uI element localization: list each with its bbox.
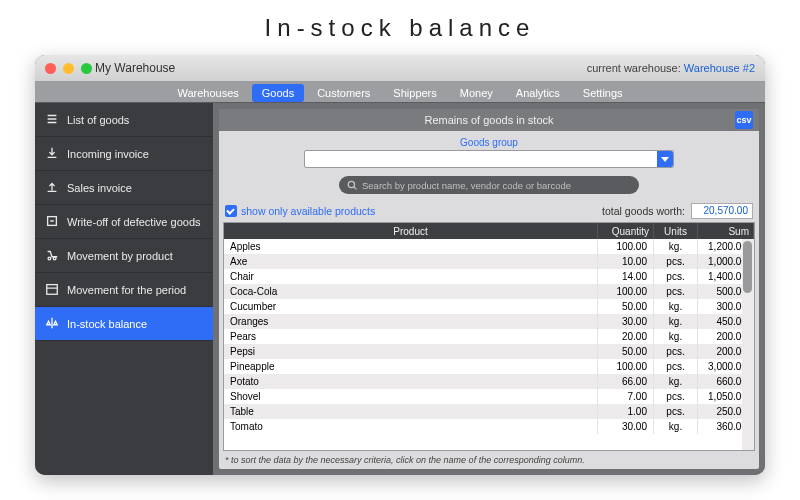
table-header-row: Product Quantity Units Sum bbox=[224, 223, 754, 239]
cell-quantity: 50.00 bbox=[598, 299, 654, 314]
col-units[interactable]: Units bbox=[654, 223, 698, 239]
writeoff-icon bbox=[45, 214, 59, 230]
show-only-checkbox[interactable] bbox=[225, 205, 237, 217]
export-csv-button[interactable]: csv bbox=[735, 111, 753, 129]
table-row[interactable]: Axe10.00pcs.1,000.00 bbox=[224, 254, 754, 269]
stock-table-wrapper: Product Quantity Units Sum Apples100.00k… bbox=[223, 222, 755, 451]
sidebar-item-label: Write-off of defective goods bbox=[67, 216, 201, 228]
minimize-icon[interactable] bbox=[63, 63, 74, 74]
cell-units: pcs. bbox=[654, 269, 698, 284]
svg-rect-6 bbox=[47, 284, 58, 294]
cell-quantity: 100.00 bbox=[598, 284, 654, 299]
table-row[interactable]: Pears20.00kg.200.00 bbox=[224, 329, 754, 344]
app-window: My Warehouse current warehouse: Warehous… bbox=[35, 55, 765, 475]
scroll-thumb[interactable] bbox=[743, 241, 752, 293]
sidebar-item-label: Movement by product bbox=[67, 250, 173, 262]
sidebar-item-list[interactable]: List of goods bbox=[35, 103, 213, 137]
tab-money[interactable]: Money bbox=[450, 84, 503, 102]
cell-product: Apples bbox=[224, 239, 598, 254]
col-product[interactable]: Product bbox=[224, 223, 598, 239]
search-input[interactable]: Search by product name, vendor code or b… bbox=[339, 176, 639, 194]
table-row[interactable]: Table1.00pcs.250.00 bbox=[224, 404, 754, 419]
sidebar-item-out[interactable]: Sales invoice bbox=[35, 171, 213, 205]
cell-quantity: 1.00 bbox=[598, 404, 654, 419]
sidebar-item-in[interactable]: Incoming invoice bbox=[35, 137, 213, 171]
cell-units: kg. bbox=[654, 419, 698, 434]
tab-analytics[interactable]: Analytics bbox=[506, 84, 570, 102]
cell-quantity: 14.00 bbox=[598, 269, 654, 284]
svg-point-8 bbox=[348, 181, 354, 187]
stock-table: Product Quantity Units Sum Apples100.00k… bbox=[224, 223, 754, 434]
goods-group-select[interactable] bbox=[304, 150, 674, 168]
sidebar-item-label: Incoming invoice bbox=[67, 148, 149, 160]
cell-units: pcs. bbox=[654, 284, 698, 299]
show-only-label[interactable]: show only available products bbox=[241, 205, 375, 217]
cell-product: Chair bbox=[224, 269, 598, 284]
total-goods-value: 20,570.00 bbox=[691, 203, 753, 219]
zoom-icon[interactable] bbox=[81, 63, 92, 74]
sidebar-item-balance[interactable]: In-stock balance bbox=[35, 307, 213, 341]
current-warehouse-link[interactable]: Warehouse #2 bbox=[684, 62, 755, 74]
cell-units: kg. bbox=[654, 239, 698, 254]
cell-product: Pears bbox=[224, 329, 598, 344]
table-row[interactable]: Oranges30.00kg.450.00 bbox=[224, 314, 754, 329]
cell-quantity: 30.00 bbox=[598, 314, 654, 329]
move-icon bbox=[45, 248, 59, 264]
table-row[interactable]: Potato66.00kg.660.00 bbox=[224, 374, 754, 389]
vertical-scrollbar[interactable] bbox=[742, 239, 754, 450]
tab-settings[interactable]: Settings bbox=[573, 84, 633, 102]
cell-units: kg. bbox=[654, 299, 698, 314]
cell-units: kg. bbox=[654, 374, 698, 389]
table-row[interactable]: Apples100.00kg.1,200.00 bbox=[224, 239, 754, 254]
sidebar-item-label: Movement for the period bbox=[67, 284, 186, 296]
cell-product: Table bbox=[224, 404, 598, 419]
close-icon[interactable] bbox=[45, 63, 56, 74]
search-placeholder: Search by product name, vendor code or b… bbox=[362, 180, 571, 191]
tab-customers[interactable]: Customers bbox=[307, 84, 380, 102]
cell-units: pcs. bbox=[654, 344, 698, 359]
tab-shippers[interactable]: Shippers bbox=[383, 84, 446, 102]
table-row[interactable]: Pineapple100.00pcs.3,000.00 bbox=[224, 359, 754, 374]
cell-quantity: 30.00 bbox=[598, 419, 654, 434]
sidebar-item-label: List of goods bbox=[67, 114, 129, 126]
main-tabs: WarehousesGoodsCustomersShippersMoneyAna… bbox=[35, 81, 765, 103]
cell-product: Pineapple bbox=[224, 359, 598, 374]
sidebar-item-period[interactable]: Movement for the period bbox=[35, 273, 213, 307]
col-quantity[interactable]: Quantity bbox=[598, 223, 654, 239]
tab-warehouses[interactable]: Warehouses bbox=[167, 84, 248, 102]
sidebar-item-move[interactable]: Movement by product bbox=[35, 239, 213, 273]
current-warehouse-label: current warehouse: bbox=[587, 62, 681, 74]
cell-quantity: 66.00 bbox=[598, 374, 654, 389]
page-title: In-stock balance bbox=[0, 0, 800, 52]
cell-product: Tomato bbox=[224, 419, 598, 434]
cell-units: kg. bbox=[654, 329, 698, 344]
cell-product: Pepsi bbox=[224, 344, 598, 359]
cell-quantity: 100.00 bbox=[598, 359, 654, 374]
tab-goods[interactable]: Goods bbox=[252, 84, 304, 102]
cell-units: pcs. bbox=[654, 404, 698, 419]
table-row[interactable]: Tomato30.00kg.360.00 bbox=[224, 419, 754, 434]
in-icon bbox=[45, 146, 59, 162]
sidebar-item-writeoff[interactable]: Write-off of defective goods bbox=[35, 205, 213, 239]
svg-point-5 bbox=[53, 257, 56, 260]
goods-group-label: Goods group bbox=[229, 137, 749, 148]
table-row[interactable]: Shovel7.00pcs.1,050.00 bbox=[224, 389, 754, 404]
table-row[interactable]: Coca-Cola100.00pcs.500.00 bbox=[224, 284, 754, 299]
col-sum[interactable]: Sum bbox=[698, 223, 754, 239]
table-row[interactable]: Cucumber50.00kg.300.00 bbox=[224, 299, 754, 314]
panel-title: Remains of goods in stock bbox=[424, 114, 553, 126]
cell-units: pcs. bbox=[654, 389, 698, 404]
cell-quantity: 20.00 bbox=[598, 329, 654, 344]
table-row[interactable]: Pepsi50.00pcs.200.00 bbox=[224, 344, 754, 359]
sidebar: List of goodsIncoming invoiceSales invoi… bbox=[35, 103, 213, 475]
balance-icon bbox=[45, 316, 59, 332]
sidebar-item-label: Sales invoice bbox=[67, 182, 132, 194]
cell-product: Coca-Cola bbox=[224, 284, 598, 299]
window-title: My Warehouse bbox=[95, 61, 175, 75]
table-row[interactable]: Chair14.00pcs.1,400.00 bbox=[224, 269, 754, 284]
current-warehouse: current warehouse: Warehouse #2 bbox=[587, 62, 755, 74]
cell-units: pcs. bbox=[654, 254, 698, 269]
cell-product: Shovel bbox=[224, 389, 598, 404]
cell-quantity: 10.00 bbox=[598, 254, 654, 269]
sidebar-item-label: In-stock balance bbox=[67, 318, 147, 330]
